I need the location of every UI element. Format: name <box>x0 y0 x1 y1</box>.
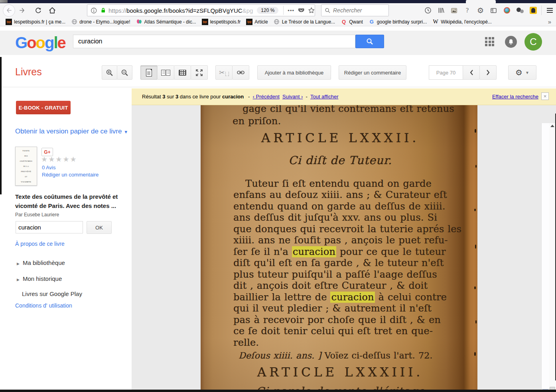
sidebar-icon <box>490 7 497 14</box>
back-button[interactable] <box>3 4 15 17</box>
google-books-page: Google C Livres <box>0 26 556 390</box>
bookmark-item[interactable]: lpplespetitspois.fr | ça me... <box>6 19 65 25</box>
book-viewer: Résultat 3 sur 3 dans ce livre pour cura… <box>132 87 556 390</box>
scroll-up-arrow[interactable] <box>550 125 554 127</box>
next-result-link[interactable]: Suivant › <box>282 94 303 100</box>
url-text: https://books.google.fr/books?id=zSFLQpB… <box>108 7 253 14</box>
taskbar-edge <box>0 390 556 392</box>
bookmark-item[interactable]: lppArticle <box>246 19 268 25</box>
rating-stars[interactable]: ★★★★★ <box>41 155 77 164</box>
reviews-link[interactable]: 0 Avis <box>42 165 55 171</box>
zoom-out-icon <box>121 69 128 76</box>
bookmark-item[interactable]: lpplespetitspois.fr <box>202 19 241 25</box>
notifications-button[interactable] <box>505 36 517 48</box>
zoom-level-badge[interactable]: 120 % <box>257 7 278 14</box>
clip-button[interactable]: ✂ <box>215 65 233 80</box>
clear-search: Effacer la recherche <box>492 94 538 100</box>
browser-search-bar[interactable]: Rechercher <box>321 4 389 16</box>
scanned-page[interactable]: gage cil qu'il vient contremans eſt rete… <box>201 105 477 390</box>
bookmark-item[interactable]: Ggoogle birthday surpri... <box>369 19 427 25</box>
home-icon <box>49 7 56 14</box>
thumbnail-grid-icon <box>179 70 186 76</box>
spheres-extension-button[interactable] <box>513 4 526 16</box>
spheres-icon <box>517 7 524 14</box>
triangle-right-icon: ▶ <box>17 278 20 282</box>
forward-icon <box>19 7 25 14</box>
bookmark-item[interactable]: WWikipédia, l'encyclopé... <box>432 19 492 25</box>
active-tab[interactable] <box>466 0 496 3</box>
close-button[interactable]: × <box>541 92 549 100</box>
show-all-link[interactable]: Tout afficher <box>310 94 339 100</box>
search-placeholder: Rechercher <box>333 7 362 14</box>
screenshot-extension-button[interactable] <box>448 4 461 16</box>
terms-link[interactable]: Conditions d' utilisation <box>15 302 72 309</box>
scissors-icon: ✂ <box>219 69 225 77</box>
write-review-link[interactable]: Rédiger un commentaire <box>42 172 99 178</box>
page-number-input[interactable] <box>429 65 463 80</box>
google-play-books-link[interactable]: Livres sur Google Play <box>22 290 82 297</box>
reload-button[interactable] <box>32 4 44 16</box>
bookmark-item[interactable]: QQwant <box>341 19 363 25</box>
fullscreen-button[interactable] <box>191 65 208 80</box>
previous-page-button[interactable] <box>463 65 480 80</box>
divider <box>283 6 284 15</box>
page-actions-icon[interactable]: ••• <box>288 8 294 14</box>
bookmark-item[interactable]: drone - Etymo...logique! <box>71 19 130 25</box>
zoom-out-button[interactable] <box>117 65 132 80</box>
pocket-icon[interactable] <box>298 7 305 14</box>
my-library-item[interactable]: ▶Ma bibliothèque <box>17 259 65 266</box>
settings-extension-button[interactable]: ⚙ <box>474 4 487 16</box>
zoom-in-button[interactable] <box>102 65 117 80</box>
header-search-button[interactable] <box>355 35 384 48</box>
forward-button[interactable] <box>16 4 28 16</box>
url-bar[interactable]: https://books.google.fr/books?id=zSFLQpB… <box>87 4 315 16</box>
triangle-right-icon: ▶ <box>17 262 20 266</box>
search-highlight: curacion <box>330 292 375 303</box>
wikipedia-favicon: W <box>432 19 439 25</box>
favicon: lpp <box>246 19 252 25</box>
search-icon <box>366 37 374 45</box>
settings-button[interactable]: ⚙▼ <box>508 65 536 80</box>
in-book-search-input[interactable] <box>16 221 83 233</box>
write-review-button[interactable]: Rédiger un commentaire <box>339 65 406 80</box>
bookmark-star-icon[interactable] <box>308 7 315 14</box>
bookmarks-bar: lpplespetitspois.fr | ça me... drone - E… <box>0 18 556 26</box>
search-ok-button[interactable]: OK <box>87 221 112 234</box>
my-history-item[interactable]: ▶Mon historique <box>17 275 62 282</box>
google-apps-button[interactable] <box>485 37 494 46</box>
clear-search-link[interactable]: Effacer la recherche <box>492 94 538 100</box>
get-print-version-link[interactable]: Obtenir la version papier de ce livre ▼ <box>15 127 128 135</box>
link-icon <box>237 70 244 75</box>
chevron-left-icon <box>469 69 474 76</box>
history-button[interactable] <box>421 4 434 16</box>
thumbnail-view-button[interactable] <box>174 65 191 80</box>
previous-result-link[interactable]: ‹ Précédent <box>253 94 280 100</box>
book-cover-thumbnail[interactable]: TEXTE DES COÛTUMES DE LA PREVÔTÉ ET VICO… <box>15 147 37 186</box>
next-page-button[interactable] <box>479 65 497 80</box>
account-avatar[interactable]: C <box>524 33 542 51</box>
help-button[interactable]: ? <box>461 4 474 16</box>
sidebar: E-BOOK - GRATUIT Obtenir la version papi… <box>0 87 132 390</box>
bookmark-item[interactable]: Le Trésor de la Langue... <box>274 19 335 25</box>
google-logo[interactable]: Google <box>15 34 65 52</box>
library-button[interactable] <box>434 4 448 16</box>
single-page-view-button[interactable] <box>140 65 158 80</box>
privacy-badger-button[interactable] <box>526 4 540 16</box>
caret-down-icon: ▼ <box>525 71 529 75</box>
search-marker-strip <box>541 123 549 392</box>
header-search-input[interactable] <box>73 35 355 48</box>
bookmark-item[interactable]: Atlas Sémantique - dic... <box>136 19 196 25</box>
link-button[interactable] <box>232 65 249 80</box>
home-button[interactable] <box>46 4 58 16</box>
sidebar-toggle-button[interactable] <box>487 4 500 16</box>
bookmarks-overflow-button[interactable]: » <box>548 18 551 25</box>
menu-button[interactable] <box>543 4 556 16</box>
toolbar-icons: ? ⚙ <box>421 4 556 16</box>
screen: https://books.google.fr/books?id=zSFLQpB… <box>0 0 556 392</box>
add-to-library-button[interactable]: Ajouter à ma bibliothèque <box>257 65 331 80</box>
about-book-link[interactable]: À propos de ce livre <box>15 241 65 247</box>
two-page-view-button[interactable] <box>157 65 174 80</box>
ebook-free-button[interactable]: E-BOOK - GRATUIT <box>16 101 71 114</box>
clock-icon <box>424 7 432 14</box>
globe-extension-button[interactable] <box>500 4 513 16</box>
